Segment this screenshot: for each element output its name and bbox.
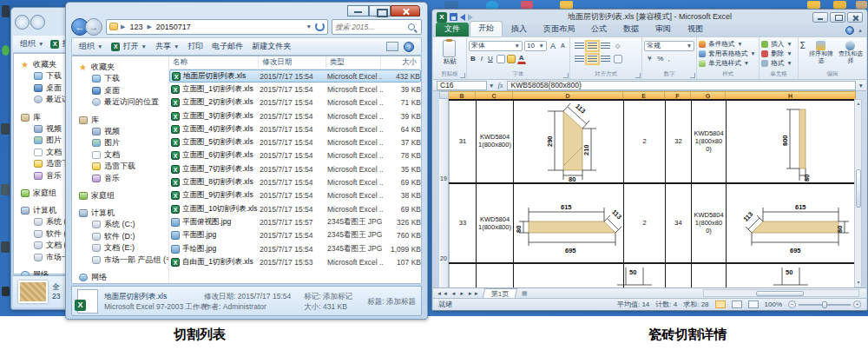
align-center-icon[interactable] [588, 56, 597, 63]
print-button[interactable]: 打印 [187, 41, 203, 52]
italic-button[interactable]: I [479, 54, 484, 63]
name-box[interactable]: C16 [437, 81, 487, 90]
dialog-launcher-icon[interactable] [635, 73, 641, 78]
sidebar-item[interactable]: 音乐 [79, 173, 168, 185]
tags-value[interactable]: 添加标记 [323, 292, 352, 300]
select-all-corner[interactable] [439, 91, 449, 99]
normal-view-button[interactable] [715, 300, 726, 308]
column-header[interactable]: C [476, 91, 513, 99]
tab-file[interactable]: 文件 [436, 23, 469, 36]
sidebar-item[interactable]: 迅雷下载 [79, 161, 168, 173]
column-header-date[interactable]: 修改日期 [259, 56, 326, 69]
desktop-icon[interactable] [444, 1, 458, 9]
redo-icon[interactable] [468, 14, 473, 21]
align-right-icon[interactable] [601, 56, 610, 63]
scroll-down-icon[interactable]: ▼ [855, 279, 862, 287]
number-format-select[interactable]: 常规▼ [644, 41, 694, 51]
insert-sheet-icon[interactable]: ▦ [522, 290, 528, 297]
file-row[interactable]: X立面图_8切割列表.xls 2015/7/17 15:54 Microsoft… [169, 175, 421, 188]
email-button[interactable]: 电子邮件 [212, 41, 243, 52]
name-box-dropdown-icon[interactable]: ▼ [489, 83, 494, 89]
grow-font-button[interactable]: A [549, 41, 557, 51]
organize-button[interactable]: 组织▼ [20, 38, 43, 50]
cell-f20[interactable]: 34 [666, 183, 691, 262]
desktop-icon[interactable] [1, 241, 10, 253]
file-row[interactable]: 平面俯视图.jpg 2015/7/17 15:57 2345看图王 JPG ..… [169, 215, 421, 228]
zoom-level[interactable]: 100% [765, 300, 782, 308]
address-bar[interactable]: ▶ 123 ▶ 20150717 ▼ [106, 19, 328, 35]
row-header[interactable]: 19 [439, 99, 449, 183]
file-row[interactable]: X立面图_2切割列表.xls 2015/7/17 15:54 Microsoft… [169, 96, 421, 109]
cell-styles-button[interactable]: 单元格样式▼ [699, 58, 757, 68]
align-bottom-icon[interactable] [601, 43, 610, 50]
back-button[interactable] [15, 15, 30, 30]
undo-icon[interactable] [460, 14, 465, 21]
excel-window[interactable]: 地面层切割列表.xls [兼容模式] - Microsoft Excel X 文… [431, 9, 868, 311]
computer-group[interactable]: 计算机 [79, 208, 168, 219]
align-top-icon[interactable] [575, 43, 584, 50]
sidebar-item[interactable]: 桌面 [79, 85, 168, 97]
sidebar-item[interactable]: 软件 (D:) [79, 231, 168, 243]
sidebar-item[interactable]: 下载 [79, 73, 168, 85]
change-view-button[interactable] [386, 42, 398, 51]
minimize-ribbon-icon[interactable]: ▲ [858, 28, 863, 33]
file-row[interactable]: X立面图_4切割列表.xls 2015/7/17 15:54 Microsoft… [169, 122, 421, 135]
breadcrumb[interactable]: 20150717 [155, 23, 193, 31]
row-header[interactable] [439, 263, 449, 287]
desktop-icon[interactable] [1, 123, 10, 135]
file-row[interactable]: X地面层切割列表.xls 2015/7/17 15:54 Microsoft E… [169, 69, 421, 83]
insert-cells-button[interactable]: 插入▼ [761, 39, 796, 49]
ribbon-tab[interactable]: 公式 [583, 23, 615, 36]
insert-function-icon[interactable]: fx [497, 81, 503, 89]
orientation-icon[interactable]: ◇ [614, 42, 621, 50]
column-header[interactable]: E [623, 91, 665, 99]
search-box[interactable] [332, 19, 422, 35]
file-row[interactable]: X立面图_1切割列表.xls 2015/7/17 15:54 Microsoft… [169, 83, 421, 96]
minimize-button[interactable] [347, 5, 369, 17]
shrink-font-button[interactable]: A [559, 42, 567, 50]
file-row[interactable]: X立面图_10切割列表.xls 2015/7/17 15:54 Microsof… [169, 202, 421, 215]
merge-center-icon[interactable] [614, 55, 622, 63]
desktop-icon[interactable] [560, 1, 573, 9]
file-row[interactable]: X立面图_5切割列表.xls 2015/7/17 15:54 Microsoft… [169, 135, 421, 149]
file-row[interactable]: 手绘图.jpg 2015/7/17 15:54 2345看图王 JPG ... … [169, 242, 421, 255]
horizontal-scrollbar[interactable] [703, 289, 859, 297]
favorites-group[interactable]: ★收藏夹 [79, 62, 168, 73]
desktop-icon[interactable] [521, 1, 533, 9]
dialog-launcher-icon[interactable] [563, 73, 569, 78]
sheet-tab[interactable]: 第1页 [482, 288, 517, 298]
sidebar-item[interactable]: 最近访问的位置 [79, 96, 168, 109]
desktop-icon[interactable] [856, 1, 867, 9]
row-header[interactable]: 20 [439, 183, 449, 263]
font-color-icon[interactable]: A [517, 54, 526, 64]
sort-filter-button[interactable]: 排序和筛选 [807, 41, 835, 64]
percent-format-icon[interactable]: % [657, 55, 663, 63]
delete-cells-button[interactable]: 删除▼ [761, 49, 796, 58]
cell-e20[interactable]: 2 [624, 183, 665, 262]
network-group[interactable]: 网络 [79, 272, 168, 283]
ribbon-tab[interactable]: 页面布局 [536, 23, 582, 36]
worksheet-grid[interactable]: 19 20 31 KWD58041(800x800) 2 32 KWD58041… [439, 99, 856, 287]
formula-input[interactable]: KWB58058(800x800) [507, 81, 856, 90]
scrollbar-thumb[interactable] [756, 291, 804, 296]
file-row[interactable]: X立面图_6切割列表.xls 2015/7/17 15:54 Microsoft… [169, 149, 421, 162]
cell-g19[interactable]: KWD58041(800x800) [692, 99, 726, 182]
column-header-type[interactable]: 类型 [326, 56, 382, 69]
maximize-button[interactable] [830, 12, 845, 23]
homegroup-group[interactable]: 家庭组 [79, 190, 168, 201]
align-left-icon[interactable] [575, 56, 584, 63]
help-icon[interactable]: ? [404, 42, 414, 52]
desktop-icon[interactable] [2, 45, 10, 56]
sidebar-item[interactable]: 文档 [79, 149, 168, 162]
desktop-icon[interactable] [807, 1, 820, 9]
sidebar-item[interactable]: 图片 [79, 137, 168, 149]
title-value[interactable]: 添加标题 [386, 297, 416, 306]
find-select-button[interactable]: 查找和选择 [837, 41, 865, 64]
currency-format-icon[interactable]: ￥ [646, 54, 653, 63]
sidebar-item[interactable]: 文档 (E:) [79, 242, 168, 254]
cell-c19[interactable]: KWD58041(800x800) [477, 99, 513, 182]
desktop-icon[interactable] [2, 287, 10, 296]
cell-e19[interactable]: 2 [624, 99, 665, 182]
underline-button[interactable]: U [486, 54, 495, 63]
fill-color-icon[interactable] [507, 55, 516, 63]
